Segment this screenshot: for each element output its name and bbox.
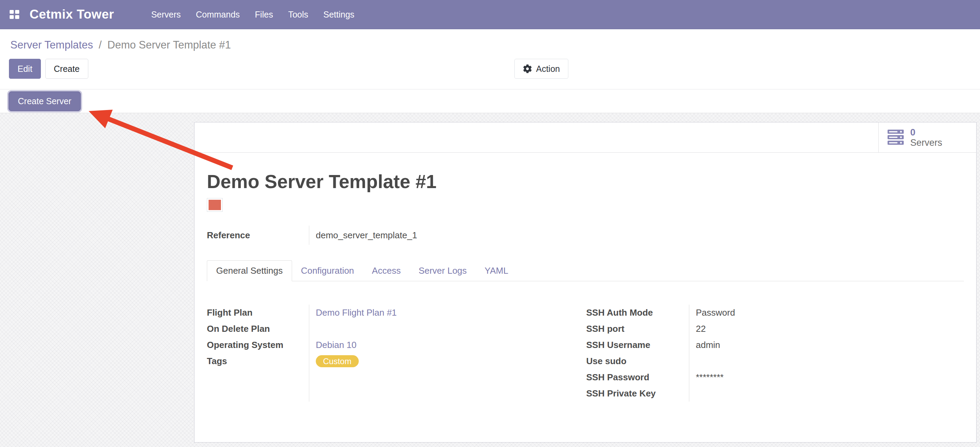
ssh-auth-mode-value: Password [696, 305, 735, 321]
ssh-auth-mode-label: SSH Auth Mode [586, 305, 689, 321]
right-values-column: Password 22 admin ******** [689, 305, 735, 402]
action-button-label: Action [536, 64, 560, 74]
notebook-tabs: General Settings Configuration Access Se… [207, 260, 964, 281]
control-panel: Server Templates / Demo Server Template … [0, 29, 980, 89]
breadcrumb-current: Demo Server Template #1 [108, 39, 231, 51]
ssh-private-key-label: SSH Private Key [586, 385, 689, 402]
ssh-private-key-value [696, 385, 735, 402]
ssh-port-value: 22 [696, 321, 735, 337]
app-brand-title[interactable]: Cetmix Tower [30, 7, 114, 22]
menu-item-tools[interactable]: Tools [281, 0, 316, 29]
top-navbar: Cetmix Tower Servers Commands Files Tool… [0, 0, 980, 29]
breadcrumb: Server Templates / Demo Server Template … [0, 29, 980, 52]
ssh-port-label: SSH port [586, 321, 689, 337]
create-server-strip: Create Server [0, 89, 980, 113]
color-swatch-fill [208, 200, 221, 210]
tags-label: Tags [207, 353, 309, 369]
menu-item-servers[interactable]: Servers [144, 0, 188, 29]
record-title: Demo Server Template #1 [207, 171, 964, 193]
servers-stat-text: 0 Servers [910, 127, 942, 148]
ssh-password-label: SSH Password [586, 369, 689, 385]
field-group-right: SSH Auth Mode SSH port SSH Username Use … [586, 305, 964, 402]
server-rack-icon [888, 129, 904, 145]
servers-stat-count: 0 [910, 127, 942, 137]
reference-field-row: Reference demo_server_template_1 [207, 225, 964, 245]
use-sudo-label: Use sudo [586, 353, 689, 369]
left-values-column: Demo Flight Plan #1 Debian 10 Custom [309, 305, 397, 402]
page: Cetmix Tower Servers Commands Files Tool… [0, 0, 980, 447]
stat-button-row: 0 Servers [194, 122, 976, 153]
tag-badge-custom[interactable]: Custom [316, 355, 359, 367]
ssh-username-label: SSH Username [586, 337, 689, 353]
flight-plan-label: Flight Plan [207, 305, 309, 321]
field-group-left: Flight Plan On Delete Plan Operating Sys… [207, 305, 586, 402]
ssh-username-value: admin [696, 337, 735, 353]
flight-plan-value-link[interactable]: Demo Flight Plan #1 [316, 307, 397, 318]
on-delete-plan-value [316, 321, 397, 337]
action-button[interactable]: Action [514, 59, 568, 79]
breadcrumb-parent-link[interactable]: Server Templates [10, 39, 93, 51]
operating-system-value-link[interactable]: Debian 10 [316, 340, 357, 350]
servers-stat-label: Servers [910, 137, 942, 148]
use-sudo-value [696, 353, 735, 369]
reference-value: demo_server_template_1 [309, 230, 417, 241]
left-labels-column: Flight Plan On Delete Plan Operating Sys… [207, 305, 309, 402]
tab-server-logs[interactable]: Server Logs [410, 261, 476, 281]
tab-general-settings[interactable]: General Settings [207, 260, 292, 281]
right-labels-column: SSH Auth Mode SSH port SSH Username Use … [586, 305, 689, 402]
servers-stat-button[interactable]: 0 Servers [878, 122, 976, 152]
on-delete-plan-label: On Delete Plan [207, 321, 309, 337]
button-row: Edit Create Action [0, 52, 980, 89]
create-button[interactable]: Create [45, 59, 88, 79]
server-template-form-card: 0 Servers Demo Server Template #1 Refere… [194, 122, 977, 442]
create-server-button[interactable]: Create Server [9, 91, 81, 111]
ssh-password-value: ******** [696, 369, 735, 385]
breadcrumb-separator: / [96, 39, 105, 51]
general-settings-fields: Flight Plan On Delete Plan Operating Sys… [207, 305, 964, 402]
apps-grid-icon[interactable] [10, 10, 19, 19]
edit-button[interactable]: Edit [9, 59, 41, 79]
tab-access[interactable]: Access [363, 261, 410, 281]
operating-system-label: Operating System [207, 337, 309, 353]
menu-item-settings[interactable]: Settings [316, 0, 362, 29]
menu-item-commands[interactable]: Commands [188, 0, 247, 29]
form-sheet: Demo Server Template #1 Reference demo_s… [194, 171, 976, 402]
color-picker-swatch[interactable] [207, 198, 223, 212]
main-menu: Servers Commands Files Tools Settings [144, 0, 362, 29]
tab-yaml[interactable]: YAML [476, 261, 517, 281]
menu-item-files[interactable]: Files [247, 0, 281, 29]
gear-icon [523, 64, 532, 73]
tab-configuration[interactable]: Configuration [292, 261, 363, 281]
reference-label: Reference [207, 230, 309, 241]
main-content-area: 0 Servers Demo Server Template #1 Refere… [0, 113, 980, 447]
